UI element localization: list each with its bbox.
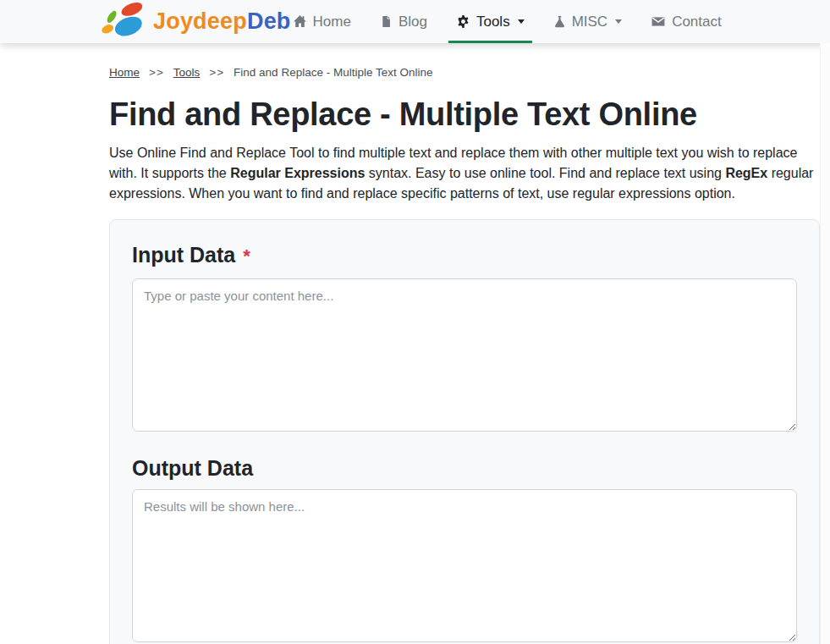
nav-item-home[interactable]: Home — [291, 0, 353, 43]
nav-item-misc[interactable]: MISC — [552, 0, 624, 43]
nav-label: MISC — [572, 14, 608, 30]
description-segment: syntax. Easy to use online tool. Find an… — [365, 166, 725, 180]
vertical-scrollbar[interactable] — [820, 43, 830, 644]
chevron-down-icon — [615, 19, 622, 24]
page-content: Home >> Tools >> Find and Replace - Mult… — [0, 66, 820, 644]
nav-label: Home — [313, 14, 351, 30]
nav-label: Blog — [399, 14, 427, 30]
nav-label: Contact — [672, 14, 722, 30]
top-navbar: JoydeepDeb Home Blog Tools — [0, 0, 830, 43]
blog-file-icon — [380, 14, 393, 29]
flask-icon — [553, 14, 566, 29]
logo-petals-icon — [102, 0, 146, 43]
input-data-textarea[interactable] — [132, 278, 797, 432]
input-data-label-text: Input Data — [132, 243, 235, 267]
input-data-label: Input Data * — [132, 243, 797, 267]
home-icon — [293, 14, 307, 29]
required-asterisk: * — [243, 245, 250, 267]
breadcrumb-link-home[interactable]: Home — [109, 66, 140, 79]
breadcrumb-link-tools[interactable]: Tools — [173, 66, 201, 79]
page-description: Use Online Find and Replace Tool to find… — [109, 143, 820, 204]
envelope-icon — [651, 14, 666, 29]
breadcrumb-current: Find and Replace - Multiple Text Online — [234, 66, 432, 79]
nav-item-contact[interactable]: Contact — [649, 0, 723, 43]
chevron-down-icon — [518, 19, 525, 24]
main-nav: Home Blog Tools MISC — [291, 0, 723, 43]
brand-logo-link[interactable]: JoydeepDeb — [102, 0, 291, 43]
output-data-label: Output Data — [132, 456, 797, 481]
page-title: Find and Replace - Multiple Text Online — [109, 96, 820, 134]
find-replace-tool-card: Input Data * Output Data — [109, 219, 820, 644]
output-data-textarea[interactable] — [132, 489, 797, 642]
description-segment-bold: Regular Expressions — [230, 166, 365, 180]
nav-item-tools[interactable]: Tools — [454, 0, 526, 43]
breadcrumb-separator: >> — [209, 66, 224, 79]
description-segment-bold: RegEx — [725, 166, 767, 180]
breadcrumb: Home >> Tools >> Find and Replace - Mult… — [109, 66, 820, 79]
gear-icon — [456, 14, 470, 29]
breadcrumb-separator: >> — [149, 66, 164, 79]
brand-name: JoydeepDeb — [153, 8, 291, 35]
output-data-label-text: Output Data — [132, 456, 253, 481]
nav-item-blog[interactable]: Blog — [378, 0, 429, 43]
nav-label: Tools — [476, 14, 510, 30]
